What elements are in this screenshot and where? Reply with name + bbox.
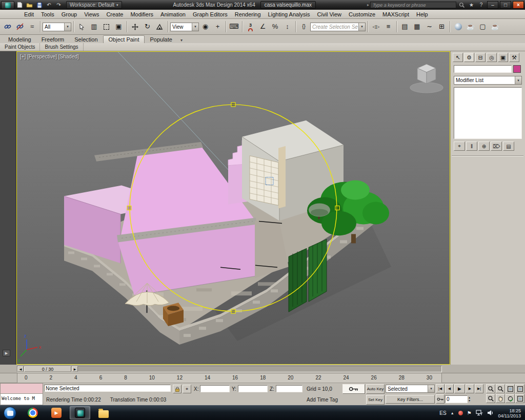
set-key-button[interactable]: Set Key [366, 395, 385, 405]
z-coordinate-field[interactable] [276, 385, 302, 392]
ribbon-tab-selection[interactable]: Selection [69, 36, 103, 43]
frame-spinner-down-icon[interactable]: ▼ [468, 399, 471, 402]
mirror-icon[interactable]: ◁▷ [370, 21, 382, 33]
menu-graph-editors[interactable]: Graph Editors [189, 11, 231, 18]
tab-display-icon[interactable]: ▣ [498, 53, 508, 62]
maximize-viewport-toggle-icon[interactable] [515, 394, 524, 403]
previous-frame-button[interactable]: ◀ [445, 384, 454, 393]
open-file-button[interactable] [25, 1, 34, 9]
action-center-flag-icon[interactable]: ⚑ [467, 410, 472, 416]
edit-named-selection-sets-icon[interactable]: {} [298, 21, 310, 33]
time-slider-handle[interactable]: 0 / 30 [24, 366, 71, 372]
zoom-icon[interactable] [486, 384, 495, 393]
selection-lock-icon[interactable] [173, 385, 181, 393]
selection-filter-dropdown[interactable]: All ▾ [43, 23, 71, 31]
panel-brush-settings[interactable]: Brush Settings [40, 43, 83, 51]
select-and-move-icon[interactable] [129, 21, 141, 33]
curve-editor-icon[interactable]: ∼ [423, 21, 435, 33]
expand-dock-button[interactable]: ▶ [3, 350, 10, 356]
menu-create[interactable]: Create [103, 11, 127, 18]
zoom-region-icon[interactable] [486, 394, 495, 403]
rendered-frame-window-icon[interactable]: ▢ [477, 21, 489, 33]
window-crossing-toggle-icon[interactable]: ▣ [113, 21, 125, 33]
spinner-snap-icon[interactable]: ↕ [281, 21, 293, 33]
show-end-result-icon[interactable]: ‖ [466, 142, 477, 151]
keyboard-shortcut-override-icon[interactable]: ⌨ [228, 21, 240, 33]
select-and-manipulate-icon[interactable]: + [212, 21, 224, 33]
show-hidden-icons[interactable]: ▲ [451, 411, 454, 415]
select-and-scale-icon[interactable] [154, 21, 166, 33]
maxscript-mini-listener-macro[interactable] [0, 383, 43, 394]
selection-region-icon[interactable] [100, 21, 112, 33]
snaps-toggle-3d-icon[interactable]: 3 [245, 21, 256, 33]
zoom-all-icon[interactable] [496, 384, 505, 393]
ribbon-tab-modeling[interactable]: Modeling [3, 36, 36, 43]
menu-maxscript[interactable]: MAXScript [379, 11, 413, 18]
gizmo-handle-left[interactable] [127, 206, 131, 210]
play-animation-button[interactable]: ▶ [454, 384, 465, 393]
select-object-icon[interactable] [76, 21, 88, 33]
language-indicator[interactable]: ES [439, 410, 446, 416]
use-pivot-point-icon[interactable]: ◉ [199, 21, 211, 33]
time-slider-groove[interactable]: ◀ 0 / 30 ▶ [17, 366, 442, 372]
object-color-swatch[interactable] [513, 65, 521, 73]
undo-button[interactable]: ↶ [45, 1, 53, 9]
search-icon[interactable] [457, 1, 466, 9]
favorites-star-icon[interactable]: ★ [467, 1, 476, 9]
lattice-panel[interactable] [250, 156, 278, 206]
green-gate-right[interactable] [309, 239, 327, 302]
tab-create-icon[interactable]: ↖ [453, 53, 463, 62]
taskbar-media-player[interactable]: ▶ [46, 406, 67, 419]
menu-civil-view[interactable]: Civil View [314, 11, 345, 18]
menu-help[interactable]: Help [413, 11, 432, 18]
next-frame-button[interactable]: ▶ [466, 384, 474, 393]
orbit-icon[interactable] [506, 394, 515, 403]
taskbar-explorer[interactable] [93, 406, 114, 419]
menu-customize[interactable]: Customize [345, 11, 379, 18]
volume-icon[interactable] [487, 410, 494, 417]
bind-to-space-warp-icon[interactable]: ≈ [26, 21, 38, 33]
tab-motion-icon[interactable]: ◎ [487, 53, 497, 62]
layer-manager-icon[interactable]: ▤ [399, 21, 411, 33]
tab-hierarchy-icon[interactable]: ⊟ [475, 53, 486, 62]
graphite-ribbon-toggle-icon[interactable]: ▦ [411, 21, 423, 33]
ribbon-config-icon[interactable]: ▾ [177, 37, 186, 43]
gizmo-handle-bottom[interactable] [231, 309, 235, 313]
zoom-extents-icon[interactable] [506, 384, 515, 393]
search-arrow-icon[interactable]: ▸ [367, 3, 369, 7]
gizmo-handle-top[interactable] [231, 103, 235, 107]
door-frame[interactable] [278, 146, 286, 209]
network-icon[interactable] [476, 410, 483, 417]
maximize-button[interactable]: □ [500, 1, 511, 9]
select-and-link-icon[interactable] [2, 21, 13, 33]
taskbar-clock[interactable]: 18:25 04/11/2013 [498, 408, 523, 418]
configure-modifier-sets-icon[interactable]: ▤ [503, 142, 514, 151]
previous-frame-arrow[interactable]: ◀ [17, 366, 24, 372]
minimize-button[interactable]: – [487, 1, 498, 9]
viewport-canvas[interactable]: z x y [17, 52, 450, 364]
menu-animation[interactable]: Animation [157, 11, 189, 18]
select-and-rotate-icon[interactable]: ↻ [142, 21, 153, 33]
current-frame-field[interactable] [445, 395, 468, 403]
wooden-planter[interactable] [163, 303, 184, 326]
auto-key-button[interactable]: Auto Key [366, 384, 385, 394]
material-editor-icon[interactable] [452, 21, 464, 33]
redo-button[interactable]: ↷ [54, 1, 63, 9]
gizmo-handle-right[interactable] [335, 206, 339, 210]
tab-utilities-icon[interactable]: ⚒ [509, 53, 519, 62]
menu-rendering[interactable]: Rendering [231, 11, 265, 18]
y-coordinate-field[interactable] [238, 385, 268, 392]
green-gate-left[interactable] [289, 248, 307, 312]
absolute-offset-toggle-icon[interactable]: ⌖ [183, 385, 191, 393]
render-production-icon[interactable]: ☕ [489, 21, 501, 33]
notification-icon[interactable] [458, 411, 463, 415]
taskbar-chrome[interactable] [23, 406, 43, 419]
new-scene-button[interactable] [15, 1, 24, 9]
key-mode-toggle-icon[interactable] [436, 394, 445, 404]
panel-paint-objects[interactable]: Paint Objects [0, 43, 40, 51]
angle-snap-icon[interactable]: ∠ [257, 21, 269, 33]
menu-edit[interactable]: Edit [21, 11, 37, 18]
ribbon-tab-object-paint[interactable]: Object Paint [103, 35, 145, 43]
save-file-button[interactable] [35, 1, 44, 9]
go-to-start-button[interactable]: |◀ [436, 384, 445, 393]
